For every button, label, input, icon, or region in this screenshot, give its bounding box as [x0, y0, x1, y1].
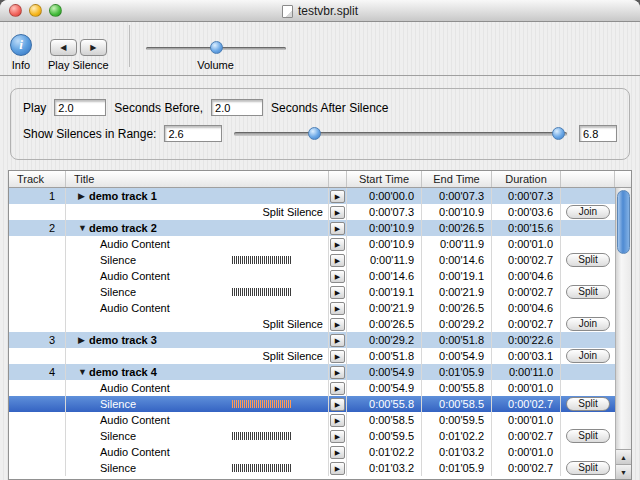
header-end-time[interactable]: End Time: [422, 171, 492, 187]
table-row[interactable]: Audio Content▶0:01'02.20:01'03.20:00'01.…: [9, 444, 615, 460]
seconds-before-input[interactable]: [54, 99, 106, 116]
start-time-cell: 0:00'00.0: [347, 188, 422, 204]
row-title: Silence: [100, 284, 136, 300]
split-button[interactable]: Split: [566, 253, 610, 267]
play-button[interactable]: ▶: [330, 366, 345, 379]
scroll-up-button[interactable]: ▲: [616, 449, 631, 464]
action-cell: [561, 332, 615, 348]
start-time-cell: 0:00'21.9: [347, 300, 422, 316]
end-time-cell: 0:00'19.1: [422, 268, 492, 284]
disclosure-collapsed-icon[interactable]: ▶: [78, 188, 89, 204]
range-high-thumb[interactable]: [552, 127, 565, 140]
play-cell: ▶: [329, 380, 347, 396]
action-cell: [561, 412, 615, 428]
play-button[interactable]: ▶: [330, 238, 345, 251]
play-button[interactable]: ▶: [330, 270, 345, 283]
table-row[interactable]: Audio Content▶0:00'21.90:00'26.50:00'04.…: [9, 300, 615, 316]
table-row[interactable]: Split Silence▶0:00'07.30:00'10.90:00'03.…: [9, 204, 615, 220]
range-max-input[interactable]: [579, 125, 617, 142]
play-button[interactable]: ▶: [330, 446, 345, 459]
row-title: Audio Content: [100, 444, 170, 460]
play-button[interactable]: ▶: [330, 222, 345, 235]
play-button[interactable]: ▶: [330, 398, 345, 411]
title-cell: Audio Content: [66, 268, 329, 284]
title-cell: Silence: [66, 396, 329, 412]
play-button[interactable]: ▶: [330, 190, 345, 203]
header-start-time[interactable]: Start Time: [347, 171, 422, 187]
table-row[interactable]: Silence▶0:00'11.90:00'14.60:00'02.7Split: [9, 252, 615, 268]
table-row[interactable]: 2▼demo track 2▶0:00'10.90:00'26.50:00'15…: [9, 220, 615, 236]
disclosure-collapsed-icon[interactable]: ▶: [78, 332, 89, 348]
table-row[interactable]: 4▼demo track 4▶0:00'54.90:01'05.90:00'11…: [9, 364, 615, 380]
join-button[interactable]: Join: [566, 349, 610, 363]
disclosure-expanded-icon[interactable]: ▼: [78, 364, 89, 380]
header-title[interactable]: Title: [66, 171, 329, 187]
play-button[interactable]: ▶: [330, 382, 345, 395]
split-button[interactable]: Split: [566, 429, 610, 443]
play-button[interactable]: ▶: [330, 206, 345, 219]
table-row[interactable]: Split Silence▶0:00'26.50:00'29.20:00'02.…: [9, 316, 615, 332]
track-number-cell: 3: [9, 332, 66, 348]
play-button[interactable]: ▶: [330, 462, 345, 475]
start-time-cell: 0:00'51.8: [347, 348, 422, 364]
table-row[interactable]: Silence▶0:00'59.50:01'02.20:00'02.7Split: [9, 428, 615, 444]
seconds-after-input[interactable]: [211, 99, 263, 116]
volume-slider-thumb[interactable]: [210, 41, 223, 54]
track-number-cell: 1: [9, 188, 66, 204]
seconds-before-label: Seconds Before,: [114, 101, 203, 115]
play-next-silence-button[interactable]: ▶: [80, 39, 107, 56]
title-bar[interactable]: testvbr.split: [0, 0, 640, 22]
row-title: Audio Content: [100, 300, 170, 316]
table-row[interactable]: 1▶demo track 1▶0:00'00.00:00'07.30:00'07…: [9, 188, 615, 204]
play-previous-silence-button[interactable]: ◀: [50, 39, 77, 56]
play-button[interactable]: ▶: [330, 334, 345, 347]
table-row[interactable]: Audio Content▶0:00'58.50:00'59.50:00'01.…: [9, 412, 615, 428]
duration-cell: 0:00'01.0: [492, 444, 561, 460]
split-button[interactable]: Split: [566, 461, 610, 475]
play-cell: ▶: [329, 412, 347, 428]
title-cell: Silence: [66, 252, 329, 268]
play-cell: ▶: [329, 204, 347, 220]
header-duration[interactable]: Duration: [492, 171, 561, 187]
table-row[interactable]: Silence▶0:00'55.80:00'58.50:00'02.7Split: [9, 396, 615, 412]
table-row[interactable]: 3▶demo track 3▶0:00'29.20:00'51.80:00'22…: [9, 332, 615, 348]
table-row[interactable]: Audio Content▶0:00'54.90:00'55.80:00'01.…: [9, 380, 615, 396]
table-row[interactable]: Audio Content▶0:00'10.90:00'11.90:00'01.…: [9, 236, 615, 252]
play-button[interactable]: ▶: [330, 414, 345, 427]
header-track[interactable]: Track: [9, 171, 66, 187]
silence-range-slider[interactable]: [234, 126, 567, 142]
track-number-cell: [9, 380, 66, 396]
join-button[interactable]: Join: [566, 317, 610, 331]
scrollbar-thumb[interactable]: [617, 190, 630, 254]
play-button[interactable]: ▶: [330, 430, 345, 443]
duration-cell: 0:00'02.7: [492, 460, 561, 476]
scroll-down-button[interactable]: ▼: [616, 464, 631, 479]
vertical-scrollbar[interactable]: ▲ ▼: [615, 188, 631, 479]
volume-slider[interactable]: [146, 40, 286, 56]
info-icon[interactable]: i: [10, 34, 32, 56]
table-row[interactable]: Silence▶0:00'19.10:00'21.90:00'02.7Split: [9, 284, 615, 300]
disclosure-expanded-icon[interactable]: ▼: [78, 220, 89, 236]
split-button[interactable]: Split: [566, 285, 610, 299]
play-button[interactable]: ▶: [330, 254, 345, 267]
range-slider-track[interactable]: [234, 132, 567, 136]
table-row[interactable]: Audio Content▶0:00'14.60:00'19.10:00'04.…: [9, 268, 615, 284]
play-cell: ▶: [329, 460, 347, 476]
play-button[interactable]: ▶: [330, 350, 345, 363]
join-button[interactable]: Join: [566, 205, 610, 219]
play-button[interactable]: ▶: [330, 318, 345, 331]
table-row[interactable]: Split Silence▶0:00'51.80:00'54.90:00'03.…: [9, 348, 615, 364]
track-number-cell: [9, 236, 66, 252]
duration-cell: 0:00'22.6: [492, 332, 561, 348]
start-time-cell: 0:00'10.9: [347, 236, 422, 252]
table-row[interactable]: Silence▶0:01'03.20:01'05.90:00'02.7Split: [9, 460, 615, 476]
info-tool[interactable]: i Info: [10, 34, 32, 71]
range-low-thumb[interactable]: [308, 127, 321, 140]
split-button[interactable]: Split: [566, 397, 610, 411]
end-time-cell: 0:00'26.5: [422, 300, 492, 316]
play-button[interactable]: ▶: [330, 286, 345, 299]
action-cell: Join: [561, 348, 615, 364]
duration-cell: 0:00'03.1: [492, 348, 561, 364]
range-min-input[interactable]: [164, 125, 222, 142]
play-button[interactable]: ▶: [330, 302, 345, 315]
